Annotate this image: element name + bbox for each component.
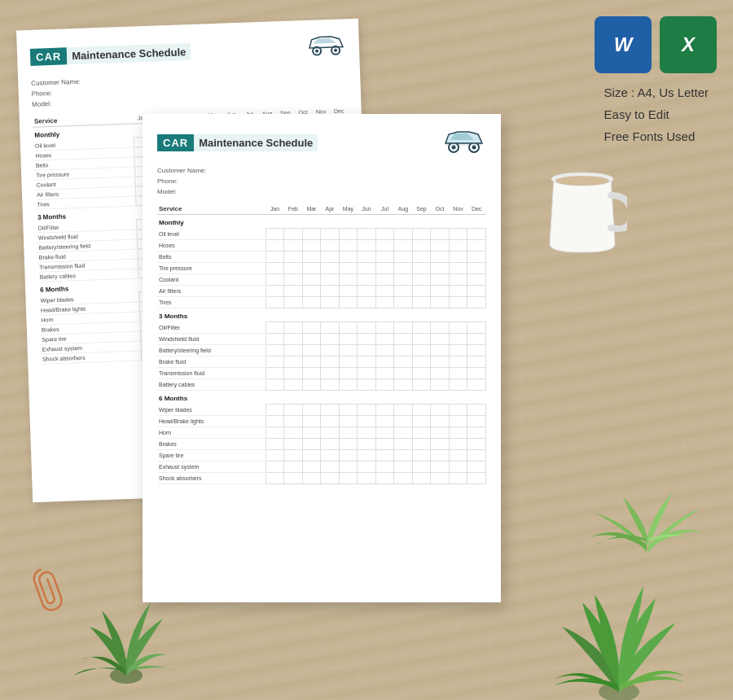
svg-point-1 [315,50,318,53]
service-header: Service [157,203,266,215]
plant-left-decoration [65,537,187,700]
coffee-cup [538,163,627,269]
title-box-front: CAR Maintenance Schedule [157,134,318,151]
excel-icon: X [682,33,695,56]
table-row: Tires [157,297,486,308]
customer-name-front: Customer Name: [157,166,486,177]
size-info: Size : A4, Us Letter [604,81,709,103]
badges-area: W X [595,16,717,73]
word-badge: W [595,16,652,73]
title-box-back: CAR Maintenance Schedule [30,43,191,66]
phone-front: Phone: [157,177,486,187]
edit-info: Easy to Edit [604,103,709,125]
car-icon-front [441,127,486,158]
table-row: Air filters [157,286,486,297]
table-row: Tire pressure [157,263,486,274]
svg-point-7 [472,146,476,150]
fern-decoration [578,448,709,553]
paperclip-decoration [29,564,69,621]
title-car-back: CAR [30,47,68,66]
fonts-info: Free Fonts Used [604,125,709,147]
table-row: Exhaust system [157,462,486,473]
table-row: Oil/Filter [157,322,486,334]
table-row: Battery cables [157,379,486,391]
excel-badge: X [660,16,717,73]
model-front: Model: [157,187,486,198]
svg-point-12 [555,176,609,186]
schedule-table-front: Service Jan Feb Mar Apr May Jun Jul Aug … [157,203,486,484]
table-row: Windshield fluid [157,334,486,345]
title-car-front: CAR [157,134,194,151]
svg-point-5 [452,146,456,150]
table-row: Transmission fluid [157,368,486,379]
table-row: Horn [157,427,486,439]
table-row: Belts [157,252,486,263]
table-row: Brake fluid [157,357,486,368]
doc-header-front: CAR Maintenance Schedule [157,127,486,158]
info-text-block: Size : A4, Us Letter Easy to Edit Free F… [604,81,709,147]
table-row: Coolant [157,274,486,286]
title-rest-front: Maintenance Schedule [194,134,318,151]
customer-info-back: Customer Name: Phone: Model: [31,68,348,110]
table-row: Spare tire [157,450,486,462]
table-row: Oil level [157,229,486,240]
table-row: Shock absorbers [157,473,486,484]
table-row: Battery/steering field [157,345,486,357]
svg-point-3 [334,49,337,52]
table-row: Brakes [157,439,486,450]
table-row: Hoses [157,240,486,252]
title-rest-back: Maintenance Schedule [67,43,191,64]
table-row: Wiper blades [157,405,486,416]
table-row: Head/Brake lights [157,416,486,427]
customer-info-front: Customer Name: Phone: Model: [157,166,486,197]
svg-rect-8 [446,142,482,146]
doc-header-back: CAR Maintenance Schedule [30,32,347,71]
main-document: CAR Maintenance Schedule Customer Name: … [143,114,501,602]
car-icon-back [305,32,346,61]
word-icon: W [614,33,633,56]
